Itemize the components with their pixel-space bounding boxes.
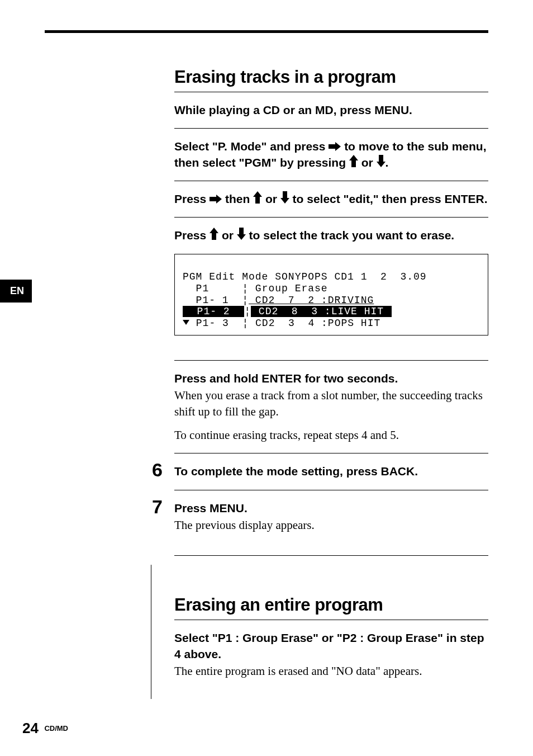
display-line-4a: P1- 2 xyxy=(183,306,244,317)
step-7-title: Press MENU. xyxy=(174,500,488,516)
step-3-text: Press then or to select "edit," then pre… xyxy=(174,191,488,207)
step-3-text-a: Press xyxy=(174,192,210,205)
step-6-text: To complete the mode setting, press BACK… xyxy=(174,464,488,479)
arrow-down-icon xyxy=(377,155,386,167)
step-7: 7 Press MENU. The previous display appea… xyxy=(174,500,488,556)
page-section-label: CD/MD xyxy=(44,724,68,733)
arrow-down-icon xyxy=(280,191,289,204)
step-7-body: The previous display appears. xyxy=(174,517,488,533)
step-4-text-c: to select the track you want to erase. xyxy=(246,229,454,242)
section-2: Erasing an entire program Select "P1 : G… xyxy=(174,595,488,689)
display-line-2b: Group Erase xyxy=(249,283,328,294)
step-1-text: While playing a CD or an MD, press MENU. xyxy=(174,102,488,118)
step-6-number: 6 xyxy=(152,459,163,481)
step-6: 6 To complete the mode setting, press BA… xyxy=(174,464,488,490)
step-5-body-1: When you erase a track from a slot numbe… xyxy=(174,388,488,419)
step-1: While playing a CD or an MD, press MENU. xyxy=(174,102,488,129)
step-2-text: Select "P. Mode" and press to move to th… xyxy=(174,139,488,171)
section-title-erasing-tracks: Erasing tracks in a program xyxy=(174,67,488,92)
step-3-text-d: to select "edit," then press ENTER. xyxy=(289,192,488,205)
step-3-text-c: or xyxy=(262,192,280,205)
step-3: Press then or to select "edit," then pre… xyxy=(174,191,488,218)
display-line-1: PGM Edit Mode SONYPOPS CD1 1 2 3.09 xyxy=(183,271,427,282)
step-5: Press and hold ENTER for two seconds. Wh… xyxy=(174,371,488,453)
step-7-number: 7 xyxy=(152,496,163,518)
arrow-right-icon xyxy=(329,142,341,151)
step-4-text: Press or to select the track you want to… xyxy=(174,228,488,243)
display-line-3a: P1- 1 xyxy=(183,295,242,306)
step-3-text-b: then xyxy=(222,192,253,205)
display-line-5b: CD2 3 4 :POPS HIT xyxy=(249,318,380,329)
arrow-right-icon xyxy=(210,195,222,204)
display-line-3b: CD2 7 2 :DRIVING xyxy=(249,295,374,306)
section-title-erasing-program: Erasing an entire program xyxy=(174,595,488,620)
page-footer: 24 CD/MD xyxy=(22,720,68,737)
lcd-display: PGM Edit Mode SONYPOPS CD1 1 2 3.09 P1 ¦… xyxy=(174,254,488,336)
step-5-title: Press and hold ENTER for two seconds. xyxy=(174,371,488,386)
step-4: Press or to select the track you want to… xyxy=(174,228,488,360)
section-2-step: Select "P1 : Group Erase" or "P2 : Group… xyxy=(174,630,488,689)
section-2-step-title: Select "P1 : Group Erase" or "P2 : Group… xyxy=(174,630,488,662)
step-4-text-a: Press xyxy=(174,229,210,242)
step-2: Select "P. Mode" and press to move to th… xyxy=(174,139,488,181)
page-number: 24 xyxy=(22,720,39,736)
arrow-up-icon xyxy=(253,191,262,204)
language-tab: EN xyxy=(0,280,32,303)
step-5-body-2: To continue erasing tracks, repeat steps… xyxy=(174,427,488,443)
step-2-text-d: . xyxy=(386,156,389,169)
step-2-text-a: Select "P. Mode" and press xyxy=(174,140,329,153)
top-rule xyxy=(45,30,488,33)
arrow-up-icon xyxy=(210,228,218,240)
step-2-text-c: or xyxy=(358,156,377,169)
display-line-2a: P1 xyxy=(183,283,242,294)
left-margin-rule xyxy=(151,565,151,699)
section-2-step-body: The entire program is erased and "NO dat… xyxy=(174,663,488,679)
step-4-text-b: or xyxy=(218,229,237,242)
arrow-down-icon xyxy=(237,228,246,240)
arrow-up-icon xyxy=(349,155,358,167)
display-line-4b: CD2 8 3 :LIVE HIT xyxy=(251,306,392,317)
display-line-5a: P1- 3 xyxy=(189,318,242,329)
scroll-down-icon xyxy=(183,320,189,325)
main-content: Erasing tracks in a program While playin… xyxy=(174,67,488,699)
